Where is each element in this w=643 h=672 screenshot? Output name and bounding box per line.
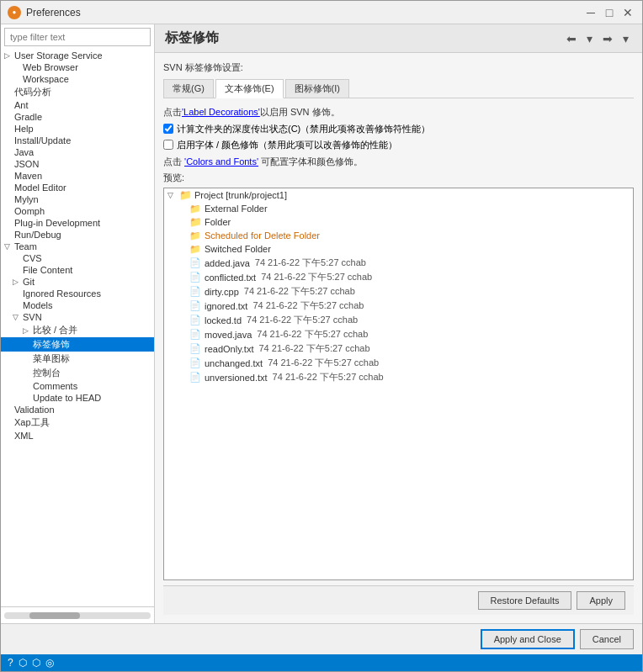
file-icon: 📄: [189, 357, 201, 369]
nav-back-button[interactable]: ⬅: [563, 30, 580, 47]
sidebar-item-file-content[interactable]: File Content: [1, 264, 154, 276]
sidebar-item-label: Comments: [33, 381, 77, 391]
sidebar-item-menu-icon[interactable]: 菜单图标: [1, 352, 154, 366]
sidebar-item-install-update[interactable]: Install/Update: [1, 135, 154, 146]
sidebar-item-label: File Content: [23, 265, 72, 275]
window-title: Preferences: [26, 7, 81, 19]
sidebar-item-java[interactable]: Java: [1, 146, 154, 158]
sidebar-item-label: Run/Debug: [14, 230, 61, 240]
sidebar-item-help[interactable]: Help: [1, 123, 154, 135]
sidebar-scrollbar-area[interactable]: [1, 606, 154, 623]
sidebar-item-team[interactable]: ▽ Team: [1, 241, 154, 252]
sidebar-scrollbar-thumb[interactable]: [29, 612, 80, 619]
help-status-icon[interactable]: ?: [8, 657, 13, 669]
status-icon-3[interactable]: ◎: [45, 657, 54, 669]
sidebar-item-label: SVN: [23, 312, 42, 322]
sidebar-item-gradle[interactable]: Gradle: [1, 111, 154, 123]
sidebar-item-label: CVS: [23, 253, 42, 263]
close-button[interactable]: ✕: [620, 5, 635, 20]
info-line1: 点击'Label Decorations'以启用 SVN 修饰。: [163, 105, 634, 119]
sidebar-item-compare-merge[interactable]: ▷ 比较 / 合并: [1, 323, 154, 337]
colors-fonts-link[interactable]: 'Colors and Fonts': [184, 156, 258, 167]
sidebar-item-plugin-dev[interactable]: Plug-in Development: [1, 217, 154, 229]
apply-and-close-button[interactable]: Apply and Close: [481, 629, 575, 649]
sidebar-item-label: Git: [23, 277, 35, 287]
preview-item-sched-delete: 📁 Scheduled for Delete Folder: [164, 229, 633, 242]
panel-title: 标签修饰: [165, 29, 219, 47]
file-icon: 📄: [189, 343, 201, 355]
sidebar-item-label: Update to HEAD: [33, 393, 101, 403]
sidebar-item-label: User Storage Service: [14, 50, 103, 61]
project-folder-icon: 📁: [179, 189, 191, 201]
toggle-icon: ▷: [4, 51, 14, 60]
sidebar-item-ignored-resources[interactable]: Ignored Resources: [1, 288, 154, 299]
sidebar-item-label: JSON: [14, 159, 39, 169]
preview-name: added.java: [205, 258, 250, 268]
nav-dropdown-button[interactable]: ▾: [583, 30, 596, 47]
preview-meta: 74 21-6-22 下午5:27 cchab: [244, 285, 355, 298]
sidebar-item-web-browser[interactable]: Web Browser: [1, 61, 154, 73]
sidebar-item-user-storage[interactable]: ▷ User Storage Service: [1, 50, 154, 61]
checkbox-font-color[interactable]: [163, 140, 173, 150]
sidebar-item-cvs[interactable]: CVS: [1, 252, 154, 264]
sidebar-item-maven[interactable]: Maven: [1, 170, 154, 182]
preview-meta: 74 21-6-22 下午5:27 cchab: [261, 271, 372, 283]
file-icon: 📄: [189, 300, 201, 312]
sidebar-item-console[interactable]: 控制台: [1, 366, 154, 380]
sidebar-item-label: Maven: [14, 171, 42, 181]
tab-text[interactable]: 文本修饰(E): [215, 79, 284, 98]
preview-item-added: 📄 added.java 74 21-6-22 下午5:27 cchab: [164, 256, 633, 270]
sidebar-item-label: Install/Update: [14, 135, 71, 146]
preview-name: readOnly.txt: [205, 344, 254, 354]
sidebar-item-label: Workspace: [23, 74, 69, 84]
maximize-button[interactable]: □: [602, 5, 617, 20]
status-icon-1[interactable]: ⬡: [19, 657, 27, 669]
sidebar-item-label: 标签修饰: [33, 338, 70, 351]
preview-item-switched-folder: 📁 Switched Folder: [164, 242, 633, 256]
sidebar-item-workspace[interactable]: Workspace: [1, 73, 154, 85]
cancel-button[interactable]: Cancel: [580, 629, 634, 649]
checkbox-label-2: 启用字体 / 颜色修饰（禁用此项可以改善修饰的性能）: [177, 139, 397, 151]
sidebar-item-git[interactable]: ▷ Git: [1, 276, 154, 288]
sidebar-item-code-analysis[interactable]: 代码分析: [1, 85, 154, 99]
checkbox-row-2: 启用字体 / 颜色修饰（禁用此项可以改善修饰的性能）: [163, 139, 634, 151]
sidebar-item-ant[interactable]: Ant: [1, 99, 154, 111]
tab-general[interactable]: 常规(G): [163, 79, 214, 98]
minimize-button[interactable]: ─: [583, 5, 598, 20]
preview-tree[interactable]: ▽ 📁 Project [trunk/project1] 📁 External …: [163, 188, 634, 580]
preview-section: 预览: ▽ 📁 Project [trunk/project1]: [163, 172, 634, 580]
sidebar-item-run-debug[interactable]: Run/Debug: [1, 229, 154, 241]
apply-button[interactable]: Apply: [577, 591, 625, 610]
tab-icon[interactable]: 图标修饰(I): [285, 79, 349, 98]
restore-defaults-button[interactable]: Restore Defaults: [478, 591, 572, 610]
sidebar-item-update-to-head[interactable]: Update to HEAD: [1, 392, 154, 404]
sidebar-item-model-editor[interactable]: Model Editor: [1, 182, 154, 193]
filter-input[interactable]: [4, 28, 151, 46]
sidebar-item-label: Models: [23, 300, 52, 310]
sidebar-item-xml[interactable]: XML: [1, 430, 154, 442]
sidebar-item-oomph[interactable]: Oomph: [1, 205, 154, 217]
sidebar-item-json[interactable]: JSON: [1, 158, 154, 170]
sidebar-item-mylyn[interactable]: Mylyn: [1, 193, 154, 205]
preview-name: conflicted.txt: [205, 273, 256, 283]
sidebar-item-validation[interactable]: Validation: [1, 404, 154, 415]
nav-forward-button[interactable]: ➡: [599, 30, 616, 47]
preview-name: unchanged.txt: [205, 358, 263, 368]
preview-name: unversioned.txt: [205, 373, 268, 383]
status-icon-2[interactable]: ⬡: [32, 657, 40, 669]
sidebar-item-svn[interactable]: ▽ SVN: [1, 311, 154, 323]
sidebar-item-label: 菜单图标: [33, 352, 70, 365]
label-decorations-link[interactable]: 'Label Decorations': [182, 107, 260, 117]
sidebar-item-label-decorations[interactable]: 标签修饰: [1, 337, 154, 352]
sidebar-item-xap-tools[interactable]: Xap工具: [1, 415, 154, 430]
toggle-icon: ▽: [13, 313, 23, 321]
preview-name: External Folder: [205, 204, 268, 214]
sidebar-item-label: 控制台: [33, 367, 61, 379]
sidebar-item-models[interactable]: Models: [1, 299, 154, 311]
preview-meta: 74 21-6-22 下午5:27 cchab: [257, 328, 368, 341]
checkbox-folder-depth[interactable]: [163, 124, 173, 134]
preview-name: ignored.txt: [205, 301, 247, 311]
nav-forward-dropdown-button[interactable]: ▾: [619, 30, 632, 47]
title-controls: ─ □ ✕: [583, 5, 635, 20]
sidebar-item-comments[interactable]: Comments: [1, 380, 154, 392]
